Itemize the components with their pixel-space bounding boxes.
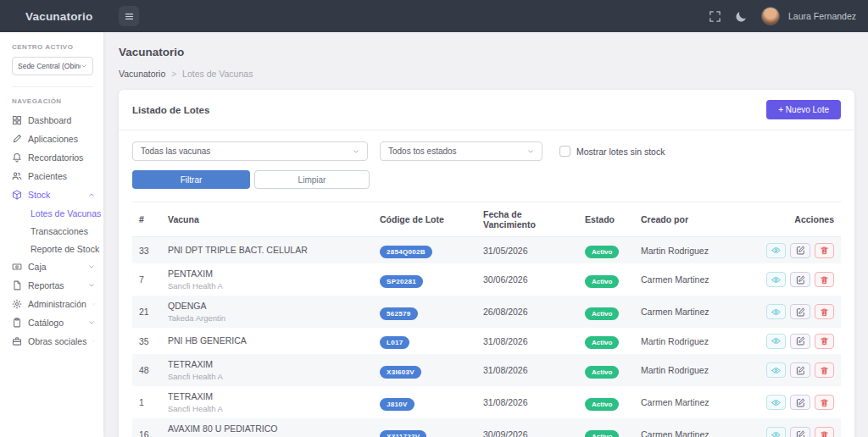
delete-button[interactable]	[815, 334, 834, 349]
created-by: Carmen Martinez	[634, 296, 760, 328]
edit-button[interactable]	[790, 304, 810, 319]
eye-icon	[771, 246, 781, 255]
expiry-date: 31/08/2026	[476, 354, 578, 386]
page-title: Vacunatorio	[119, 46, 854, 58]
lot-number: 48	[132, 354, 161, 386]
breadcrumb-item-vacunatorio[interactable]: Vacunatorio	[119, 69, 165, 79]
edit-button[interactable]	[790, 243, 810, 258]
eye-icon	[771, 336, 781, 346]
edit-button[interactable]	[790, 272, 810, 287]
edit-icon	[796, 430, 805, 437]
hamburger-icon	[124, 11, 135, 22]
avatar[interactable]	[761, 7, 780, 25]
lot-code-badge: 562579	[380, 307, 418, 320]
user-name[interactable]: Laura Fernandez	[788, 11, 856, 21]
row-actions	[766, 334, 834, 349]
vaccine-name: PNI DPT TRIPLE BACT. CELULAR	[168, 245, 366, 256]
lot-number: 35	[132, 328, 161, 354]
chevron-down-icon	[81, 63, 87, 69]
view-button[interactable]	[766, 362, 786, 378]
show-no-stock-checkbox[interactable]	[559, 146, 570, 157]
delete-button[interactable]	[815, 304, 834, 319]
view-button[interactable]	[766, 427, 786, 437]
delete-button[interactable]	[815, 395, 834, 410]
hamburger-menu-button[interactable]	[119, 6, 139, 26]
center-select[interactable]: Sede Central (Obinci...	[12, 57, 93, 75]
sidebar-subitem-transacciones[interactable]: Transacciones	[0, 222, 103, 240]
fullscreen-icon[interactable]	[709, 10, 721, 23]
cash-icon	[12, 262, 22, 272]
status-badge: Activo	[585, 275, 619, 288]
view-button[interactable]	[766, 243, 786, 258]
filters-row: Todas las vacunas Todos tos estados Most…	[119, 130, 854, 161]
col-header-num: #	[132, 202, 161, 237]
expiry-date: 31/08/2026	[476, 328, 578, 354]
col-header-vaccine: Vacuna	[161, 202, 373, 237]
table-row: 7 PENTAXIM Sancfi Health A SP20281 30/06…	[132, 263, 841, 296]
lots-table-wrap: # Vacuna Códige de Lote Fecha de Vancimi…	[119, 202, 854, 437]
row-actions	[766, 304, 834, 319]
edit-icon	[796, 275, 805, 285]
app-brand: Vacunatorio	[25, 10, 92, 23]
vaccine-name: AVAXIM 80 U PEDIATRICO	[168, 423, 366, 434]
table-row: 35 PNI HB GENERICA L017 31/08/2026 Activ…	[132, 328, 841, 354]
sidebar-item-recordatorios[interactable]: Recordatorios	[0, 148, 103, 167]
clipboard-icon	[12, 318, 22, 328]
moon-icon[interactable]	[735, 10, 748, 23]
trash-icon	[820, 307, 829, 317]
vaccine-name: TETRAXIM	[168, 391, 366, 402]
show-no-stock-option[interactable]: Mostrar lotes sin stock	[559, 146, 665, 157]
edit-button[interactable]	[790, 362, 810, 378]
sidebar-item-reportas[interactable]: Reportas	[0, 276, 103, 295]
view-button[interactable]	[766, 334, 786, 349]
view-button[interactable]	[766, 272, 786, 287]
sidebar-item-obras-sociales[interactable]: Obras sociales	[0, 332, 103, 351]
sidebar-item-cat-logo[interactable]: Catálogo	[0, 313, 103, 332]
sidebar-item-dashboard[interactable]: Dashboard	[0, 111, 103, 130]
eye-icon	[771, 366, 781, 375]
eye-icon	[771, 398, 781, 407]
new-lot-button[interactable]: + Nuevo Lote	[766, 100, 841, 119]
trash-icon	[820, 366, 829, 375]
sidebar-item-caja[interactable]: Caja	[0, 257, 103, 276]
delete-button[interactable]	[815, 427, 834, 437]
sidebar-subitem-reporte-de-stock[interactable]: Reporte de Stock	[0, 240, 103, 257]
sidebar-item-pacientes[interactable]: Pacientes	[0, 167, 103, 185]
vaccine-name: QDENGA	[168, 301, 366, 312]
clear-button[interactable]: Limpiar	[254, 170, 370, 189]
status-badge: Activo	[585, 430, 619, 437]
sidebar-nav-items: Dashboard Aplicaciones Recordatorios Pac…	[0, 111, 103, 351]
filter-button[interactable]: Filtrar	[132, 170, 250, 189]
lot-number: 7	[132, 263, 161, 296]
view-button[interactable]	[766, 395, 786, 410]
status-select[interactable]: Todos tos estados	[380, 141, 542, 161]
sidebar-item-aplicaciones[interactable]: Aplicaciones	[0, 130, 103, 148]
created-by: Martin Rodriguez	[634, 328, 760, 354]
view-button[interactable]	[766, 304, 786, 319]
created-by: Carmen Martinez	[634, 263, 760, 296]
edit-button[interactable]	[790, 427, 810, 437]
sidebar-subitem-lotes-de-vacunas[interactable]: Lotes de Vacunas	[0, 204, 103, 222]
edit-icon	[796, 366, 805, 375]
briefcase-icon	[12, 336, 22, 346]
lot-number: 16	[132, 418, 161, 437]
delete-button[interactable]	[815, 243, 834, 258]
edit-button[interactable]	[790, 395, 810, 410]
delete-button[interactable]	[815, 272, 834, 287]
table-body: 33 PNI DPT TRIPLE BACT. CELULAR 2854Q002…	[132, 237, 841, 437]
delete-button[interactable]	[815, 362, 834, 378]
trash-icon	[820, 398, 829, 407]
edit-button[interactable]	[790, 334, 810, 349]
sidebar-item-administraci-n[interactable]: Administración	[0, 295, 103, 313]
expiry-date: 30/06/2026	[476, 263, 578, 296]
chevron-down-icon	[88, 282, 95, 289]
status-select-value: Todos tos estados	[388, 147, 457, 156]
sidebar-item-stock[interactable]: Stock	[0, 185, 103, 204]
lots-card: Listado de Lotes + Nuevo Lote Todas las …	[119, 90, 854, 437]
chevron-down-icon	[88, 319, 95, 326]
table-row: 21 QDENGA Takeda Argentin 562579 26/08/2…	[132, 296, 841, 328]
created-by: Carmen Martinez	[634, 386, 760, 418]
vaccine-select[interactable]: Todas las vacunas	[132, 141, 368, 161]
chevron-down-icon	[527, 148, 534, 155]
status-badge: Activo	[585, 246, 619, 258]
